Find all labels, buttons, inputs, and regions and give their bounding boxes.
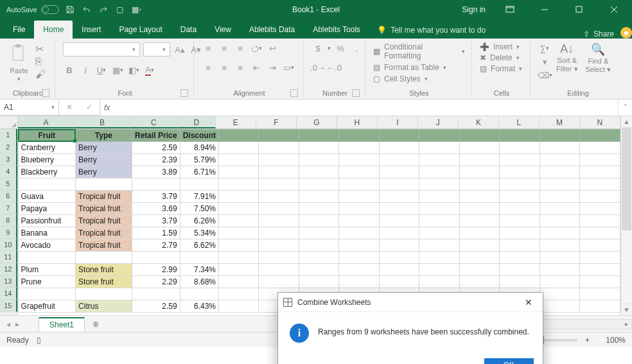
merge-icon[interactable]: ▭▾ [282,62,295,73]
dialog-launcher-icon[interactable] [42,89,49,97]
increase-decimal-icon[interactable]: .0→ [312,62,324,73]
fill-icon[interactable]: ▾ [538,56,551,67]
share-button[interactable]: ⇪Share [583,30,620,39]
align-top-icon[interactable]: ≡ [202,42,215,54]
feedback-smile-icon[interactable]: ☻ [620,27,632,39]
undo-icon[interactable] [81,4,92,15]
font-size-combo[interactable]: ▾ [143,42,170,56]
dialog-launcher-icon[interactable] [180,89,188,97]
select-all-cell[interactable] [0,116,18,128]
orientation-icon[interactable]: ⭯▾ [250,42,263,54]
align-center-icon[interactable]: ≡ [218,62,231,73]
scrollbar-thumb[interactable] [622,128,631,230]
wrap-text-icon[interactable]: ↩ [266,42,279,54]
italic-icon[interactable]: I [79,64,92,76]
decrease-decimal-icon[interactable]: ←.0 [328,62,340,73]
row-headers[interactable]: 123456789101112131415 [0,129,18,315]
maximize-icon[interactable] [565,0,593,19]
tab-data[interactable]: Data [171,21,206,39]
font-name-combo[interactable]: ▾ [63,42,140,56]
ribbon-tabs: File Home Insert Page Layout Data View A… [0,19,632,39]
zoom-level[interactable]: 100% [597,336,626,345]
cut-icon[interactable]: ✂ [35,44,48,54]
dialog-close-icon[interactable]: ✕ [520,296,538,309]
fx-label[interactable]: fx [100,100,114,116]
tab-home[interactable]: Home [34,21,73,39]
autosum-icon[interactable]: ∑▾ [538,42,551,54]
vertical-scrollbar[interactable]: ▲ ▼ [620,116,632,315]
bold-icon[interactable]: B [63,64,76,76]
align-left-icon[interactable]: ≡ [202,62,215,73]
formula-input[interactable] [114,100,618,116]
percent-icon[interactable]: % [334,42,347,54]
ok-button[interactable]: OK [484,358,534,364]
cell-styles-label: Cell Styles [384,74,421,83]
sheet-tab-sheet1[interactable]: Sheet1 [39,317,85,331]
border-icon[interactable]: ▦▾ [111,64,124,76]
insert-cells-button[interactable]: ➕Insert▾ [480,42,522,51]
align-middle-icon[interactable]: ≡ [218,42,231,54]
comma-icon[interactable]: , [350,42,363,54]
dialog-message: Ranges from 9 worksheets have been succe… [318,324,529,336]
new-sheet-button[interactable]: ⊕ [87,318,104,331]
find-select-button[interactable]: 🔍Find &Select ▾ [586,42,611,74]
underline-icon[interactable]: U▾ [95,64,108,76]
ribbon-options-icon[interactable] [496,0,524,19]
group-cells-label: Cells [480,88,523,98]
cancel-formula-icon[interactable]: ✕ [66,103,73,112]
qat-icon[interactable]: ▢ [114,4,126,15]
scroll-right-icon[interactable]: ▸ [621,320,631,327]
table-icon: ▤ [373,63,380,72]
sort-filter-button[interactable]: A↓Sort &Filter ▾ [556,42,578,74]
zoom-in-icon[interactable]: + [585,336,590,345]
redo-icon[interactable] [98,4,109,15]
paste-button[interactable]: Paste ▾ [8,42,30,82]
dialog-launcher-icon[interactable] [352,89,360,97]
align-right-icon[interactable]: ≡ [234,62,247,73]
copy-icon[interactable]: ⎘ [35,56,48,67]
format-table-label: Format as Table [384,63,439,72]
macro-record-icon[interactable]: ▯ [37,336,41,345]
tab-scroll-left-icon[interactable]: ◂ [6,320,10,329]
decrease-indent-icon[interactable]: ⇤ [250,62,263,73]
grow-font-icon[interactable]: A▴ [173,44,186,55]
format-as-table-button[interactable]: ▤Format as Table▾ [373,63,465,72]
close-icon[interactable] [600,0,628,19]
tab-insert[interactable]: Insert [73,21,110,39]
name-box[interactable]: A1▾ [0,100,59,116]
tab-ablebits-data[interactable]: Ablebits Data [240,21,304,39]
dialog-title: Combine Worksheets [297,298,371,307]
delete-cells-button[interactable]: ✖Delete▾ [480,53,522,62]
cell-styles-button[interactable]: ▢Cell Styles▾ [373,74,465,83]
conditional-formatting-button[interactable]: ▦Conditional Formatting▾ [373,42,465,60]
tab-ablebits-tools[interactable]: Ablebits Tools [304,21,369,39]
tell-me[interactable]: 💡Tell me what you want to do [369,22,493,39]
scroll-up-icon[interactable]: ▲ [621,116,632,128]
scroll-down-icon[interactable]: ▼ [621,304,632,315]
clear-icon[interactable]: ⌫▾ [538,69,551,81]
cells-grid[interactable]: FruitTypeRetail PriceDiscountCranberryBe… [18,129,620,315]
qat-icon-2[interactable]: ▦▾ [131,4,143,15]
font-color-icon[interactable]: A▾ [143,64,156,76]
sort-icon: A↓ [560,42,574,56]
autosave-toggle[interactable]: AutoSave [6,5,59,14]
fill-color-icon[interactable]: ◧▾ [127,64,140,76]
column-headers[interactable]: ABCDEFGHIJKLMN [0,116,620,129]
tab-pagelayout[interactable]: Page Layout [110,21,171,39]
format-cells-button[interactable]: ▤Format▾ [480,64,522,73]
format-painter-icon[interactable]: 🖌 [35,69,48,80]
increase-indent-icon[interactable]: ⇥ [266,62,279,73]
sign-in-link[interactable]: Sign in [462,5,489,14]
expand-formula-bar-icon[interactable]: ˅ [618,100,632,116]
align-bottom-icon[interactable]: ≡ [234,42,247,54]
save-icon[interactable] [64,4,76,15]
find-icon: 🔍 [591,42,605,56]
enter-formula-icon[interactable]: ✓ [86,103,92,112]
dialog-launcher-icon[interactable] [290,89,298,97]
tab-file[interactable]: File [4,21,34,39]
minimize-icon[interactable] [531,0,559,19]
tab-view[interactable]: View [206,21,240,39]
title-bar: AutoSave ▢ ▦▾ Book1 - Excel Sign in [0,0,632,19]
currency-icon[interactable]: $ [312,42,324,54]
tab-scroll-right-icon[interactable]: ▸ [15,320,19,329]
